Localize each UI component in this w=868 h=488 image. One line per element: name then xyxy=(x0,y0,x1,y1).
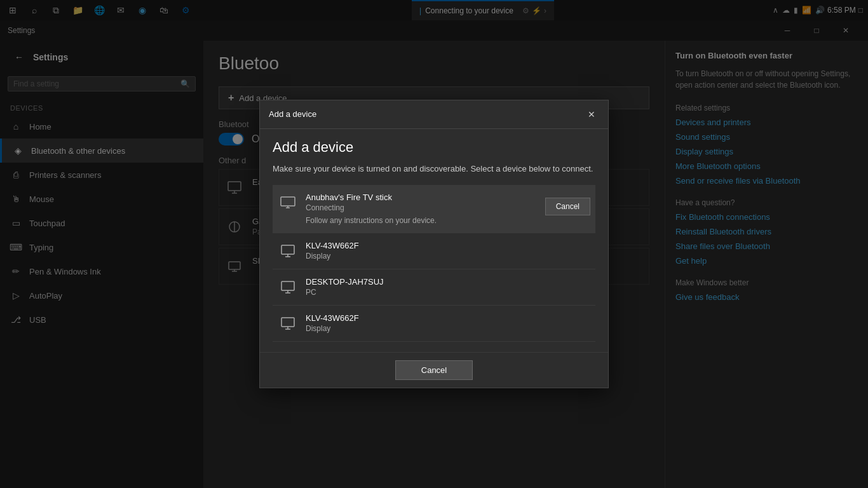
device-item-1[interactable]: DESKTOP-JAH7SUJ PC xyxy=(273,269,595,306)
connecting-status: Connecting xyxy=(306,203,538,212)
svg-rect-12 xyxy=(281,281,294,290)
dialog-description: Make sure your device is turned on and d… xyxy=(273,163,595,175)
dialog-heading: Add a device xyxy=(273,139,595,156)
device-item-2[interactable]: KLV-43W662F Display xyxy=(273,306,595,342)
add-device-dialog: Add a device ✕ Add a device Make sure yo… xyxy=(259,100,609,388)
device-name-2: KLV-43W662F xyxy=(306,313,590,323)
device-type-2: Display xyxy=(306,324,590,333)
device-type-1: PC xyxy=(306,288,590,297)
dialog-close-button[interactable]: ✕ xyxy=(584,107,599,122)
device-type-0: Display xyxy=(306,252,590,261)
svg-rect-9 xyxy=(281,245,294,254)
connecting-subtext: Follow any instructions on your device. xyxy=(306,216,538,225)
device-item-0[interactable]: KLV-43W662F Display xyxy=(273,233,595,269)
dialog-title-label: Add a device xyxy=(269,109,316,119)
connecting-device-name: Anubhav's Fire TV stick xyxy=(306,193,538,202)
dialog-overlay: Add a device ✕ Add a device Make sure yo… xyxy=(0,0,868,488)
dialog-cancel-button[interactable]: Cancel xyxy=(395,360,473,380)
dialog-titlebar: Add a device ✕ xyxy=(260,100,608,129)
dialog-footer: Cancel xyxy=(260,352,608,388)
monitor-icon-1 xyxy=(278,277,298,297)
monitor-icon-0 xyxy=(278,241,298,261)
connecting-area: Anubhav's Fire TV stick Connecting Follo… xyxy=(306,193,538,225)
device-name-0: KLV-43W662F xyxy=(306,241,590,250)
svg-rect-6 xyxy=(281,197,295,206)
dialog-body: Add a device Make sure your device is tu… xyxy=(260,129,608,352)
connecting-cancel-button[interactable]: Cancel xyxy=(545,198,590,215)
device-name-1: DESKTOP-JAH7SUJ xyxy=(306,277,590,287)
monitor-icon-2 xyxy=(278,313,298,334)
device-info-2: KLV-43W662F Display xyxy=(306,313,590,333)
fire-tv-icon xyxy=(278,193,298,213)
svg-rect-15 xyxy=(281,318,294,327)
device-info-1: DESKTOP-JAH7SUJ PC xyxy=(306,277,590,297)
device-info-0: KLV-43W662F Display xyxy=(306,241,590,261)
connecting-device-item[interactable]: Anubhav's Fire TV stick Connecting Follo… xyxy=(273,185,595,233)
